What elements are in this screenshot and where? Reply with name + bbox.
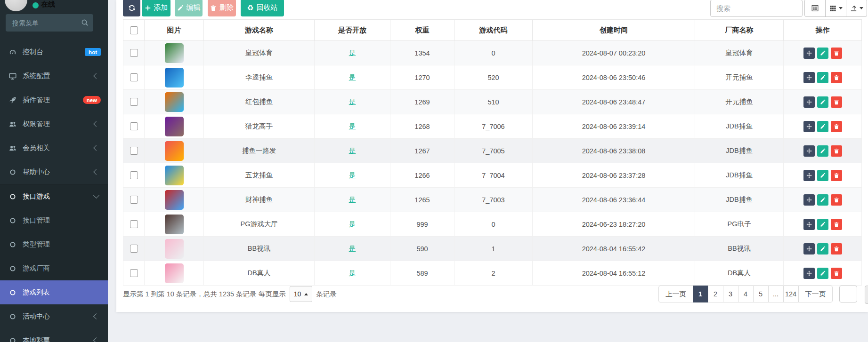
row-edit-button[interactable] <box>817 170 828 181</box>
row-move-button[interactable] <box>803 219 815 230</box>
page-number-button[interactable]: 5 <box>753 286 769 302</box>
row-checkbox[interactable] <box>130 98 138 106</box>
sidebar-item[interactable]: 类型管理 <box>0 232 108 256</box>
row-move-button[interactable] <box>803 121 815 132</box>
row-delete-button[interactable] <box>831 170 842 181</box>
trash-icon <box>834 222 839 227</box>
row-move-button[interactable] <box>803 145 815 157</box>
pencil-icon <box>820 246 826 252</box>
row-edit-button[interactable] <box>817 194 828 206</box>
sidebar-item[interactable]: 游戏列表 <box>0 280 108 304</box>
page-number-button[interactable]: 3 <box>723 286 738 302</box>
row-edit-button[interactable] <box>817 48 828 59</box>
row-edit-button[interactable] <box>817 96 828 108</box>
page-number-button[interactable]: 124 <box>783 286 799 302</box>
row-move-button[interactable] <box>803 194 815 206</box>
row-move-button[interactable] <box>803 268 815 279</box>
sidebar-item[interactable]: 系统配置 <box>0 64 108 88</box>
row-checkbox[interactable] <box>130 220 138 228</box>
row-move-button[interactable] <box>803 48 815 59</box>
row-edit-button[interactable] <box>817 145 828 157</box>
open-status-link[interactable]: 是 <box>349 98 356 105</box>
recycle-bin-button[interactable]: ♻ 回收站 <box>241 0 284 16</box>
row-actions <box>784 48 861 59</box>
search-icon[interactable] <box>81 19 89 26</box>
refresh-button[interactable] <box>123 0 140 16</box>
row-move-button[interactable] <box>803 243 815 255</box>
delete-button[interactable]: 删除 <box>208 0 236 16</box>
page-jump-go-button[interactable] <box>865 286 868 304</box>
row-edit-button[interactable] <box>817 121 828 132</box>
open-status-link[interactable]: 是 <box>349 245 356 252</box>
open-status-link[interactable]: 是 <box>349 269 356 277</box>
toggle-view-button[interactable] <box>804 0 826 17</box>
sidebar-item-label: 权限管理 <box>23 119 94 128</box>
row-delete-button[interactable] <box>831 121 842 132</box>
row-delete-button[interactable] <box>831 145 842 157</box>
open-status-link[interactable]: 是 <box>349 73 356 81</box>
prev-page-button[interactable]: 上一页 <box>658 286 693 302</box>
sidebar-item[interactable]: 活动中心 <box>0 304 108 328</box>
next-page-button[interactable]: 下一页 <box>798 286 833 302</box>
open-status-link[interactable]: 是 <box>349 122 356 130</box>
add-button[interactable]: 添加 <box>142 0 170 16</box>
row-move-button[interactable] <box>803 170 815 181</box>
sidebar-item[interactable]: 接口管理 <box>0 208 108 232</box>
row-edit-button[interactable] <box>817 219 828 230</box>
sidebar-item[interactable]: 权限管理 <box>0 112 108 136</box>
row-delete-button[interactable] <box>831 219 842 230</box>
row-checkbox[interactable] <box>130 269 138 277</box>
sidebar-item[interactable]: 帮助中心 <box>0 160 108 184</box>
sidebar-menu: 控制台 hot 系统配置 插件管理 new 权限管理 <box>0 40 108 342</box>
row-edit-button[interactable] <box>817 268 828 279</box>
open-status-link[interactable]: 是 <box>349 49 356 56</box>
column-header: 图片 <box>145 20 204 41</box>
row-delete-button[interactable] <box>831 268 842 279</box>
table-search-input[interactable] <box>710 0 803 17</box>
page-number-button[interactable]: ... <box>768 286 784 302</box>
page-jump-input[interactable] <box>839 286 857 302</box>
sidebar-item[interactable]: 接口游戏 <box>0 184 108 208</box>
row-edit-button[interactable] <box>817 72 828 83</box>
sidebar-item[interactable]: 会员相关 <box>0 136 108 160</box>
game-code: 510 <box>454 90 533 114</box>
move-arrows-icon <box>806 124 812 129</box>
sidebar-item[interactable]: 本地彩票 <box>0 328 108 342</box>
columns-button[interactable] <box>825 0 846 17</box>
row-delete-button[interactable] <box>831 243 842 255</box>
edit-button[interactable]: 编辑 <box>175 0 203 16</box>
sidebar-search-input[interactable] <box>6 14 93 32</box>
open-status-link[interactable]: 是 <box>349 220 356 228</box>
row-checkbox[interactable] <box>130 49 138 57</box>
row-delete-button[interactable] <box>831 48 842 59</box>
row-checkbox[interactable] <box>130 73 138 81</box>
row-checkbox[interactable] <box>130 147 138 155</box>
page-number-button[interactable]: 1 <box>693 286 708 302</box>
sidebar-item[interactable]: 控制台 hot <box>0 40 108 64</box>
page-number-button[interactable]: 4 <box>738 286 754 302</box>
row-checkbox[interactable] <box>130 171 138 179</box>
page-size-select[interactable]: 10 <box>290 286 313 302</box>
row-delete-button[interactable] <box>831 194 842 206</box>
sidebar-item[interactable]: 插件管理 new <box>0 88 108 112</box>
select-all-checkbox[interactable] <box>130 26 138 34</box>
open-status-link[interactable]: 是 <box>349 196 356 203</box>
row-move-button[interactable] <box>803 96 815 108</box>
open-status-link[interactable]: 是 <box>349 147 356 154</box>
row-move-button[interactable] <box>803 72 815 83</box>
row-edit-button[interactable] <box>817 243 828 255</box>
row-checkbox[interactable] <box>130 245 138 253</box>
row-actions <box>784 170 861 181</box>
row-delete-button[interactable] <box>831 72 842 83</box>
weight-value: 589 <box>390 261 454 286</box>
row-checkbox[interactable] <box>130 122 138 130</box>
game-code: 7_7003 <box>454 188 533 212</box>
sidebar-item[interactable]: 游戏厂商 <box>0 256 108 280</box>
game-code: 7_7006 <box>454 114 533 139</box>
open-status-link[interactable]: 是 <box>349 171 356 179</box>
page-number-button[interactable]: 2 <box>708 286 723 302</box>
row-checkbox[interactable] <box>130 196 138 204</box>
row-delete-button[interactable] <box>831 96 842 108</box>
export-button[interactable] <box>846 0 867 17</box>
avatar[interactable] <box>5 0 27 11</box>
